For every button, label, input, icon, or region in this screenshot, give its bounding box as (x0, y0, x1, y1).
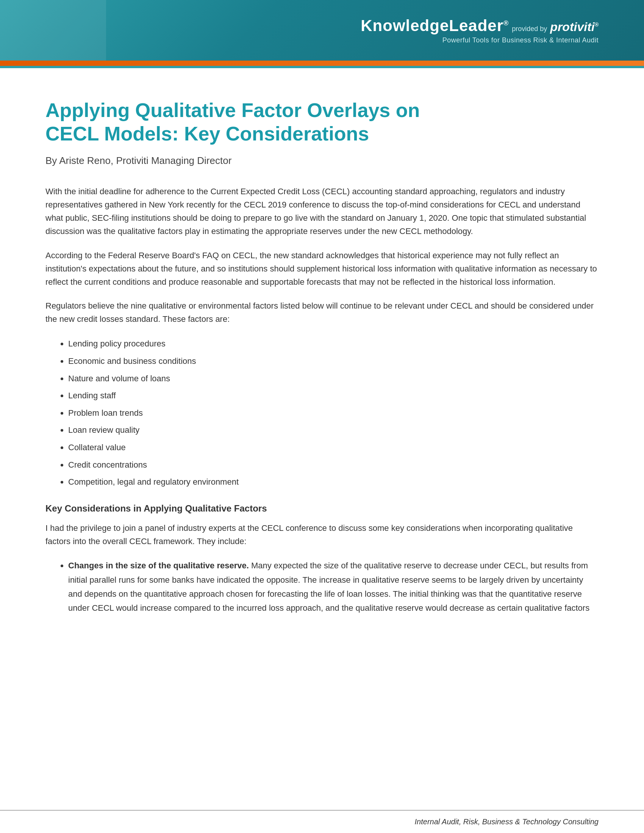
header-tagline: Powerful Tools for Business Risk & Inter… (443, 36, 599, 44)
bold-item-label: Changes in the size of the qualitative r… (68, 561, 249, 570)
article-author: By Ariste Reno, Protiviti Managing Direc… (45, 155, 599, 167)
header-brand: KnowledgeLeader® provided by protiviti® … (361, 17, 599, 44)
section-heading-key-considerations: Key Considerations in Applying Qualitati… (45, 503, 599, 514)
protiviti-logo: protiviti® (550, 20, 599, 34)
list-item: Credit concentrations (68, 457, 599, 473)
list-item: Lending staff (68, 388, 599, 403)
bold-bullet-list: Changes in the size of the qualitative r… (45, 558, 599, 615)
logo-row: KnowledgeLeader® provided by protiviti® (361, 17, 599, 35)
list-item: Economic and business conditions (68, 354, 599, 369)
paragraph-4: I had the privilege to join a panel of i… (45, 521, 599, 548)
footer-text: Internal Audit, Risk, Business & Technol… (415, 817, 599, 826)
header-left-decoration (0, 0, 106, 61)
list-item: Changes in the size of the qualitative r… (68, 558, 599, 615)
list-item: Lending policy procedures (68, 336, 599, 351)
paragraph-1: With the initial deadline for adherence … (45, 185, 599, 238)
knowledge-leader-logo: KnowledgeLeader® (361, 17, 509, 35)
page-footer: Internal Audit, Risk, Business & Technol… (0, 810, 644, 833)
list-item: Problem loan trends (68, 405, 599, 421)
qualitative-factors-list: Lending policy procedures Economic and b… (45, 336, 599, 489)
page-header: KnowledgeLeader® provided by protiviti® … (0, 0, 644, 61)
list-item: Nature and volume of loans (68, 371, 599, 386)
paragraph-2: According to the Federal Reserve Board's… (45, 249, 599, 289)
list-item: Competition, legal and regulatory enviro… (68, 474, 599, 490)
article-title: Applying Qualitative Factor Overlays on … (45, 98, 462, 146)
main-content: Applying Qualitative Factor Overlays on … (0, 68, 644, 659)
orange-accent-bar (0, 61, 644, 66)
provided-by-label: provided by (512, 25, 547, 33)
paragraph-3: Regulators believe the nine qualitative … (45, 299, 599, 326)
list-item: Collateral value (68, 440, 599, 455)
list-item: Loan review quality (68, 423, 599, 438)
